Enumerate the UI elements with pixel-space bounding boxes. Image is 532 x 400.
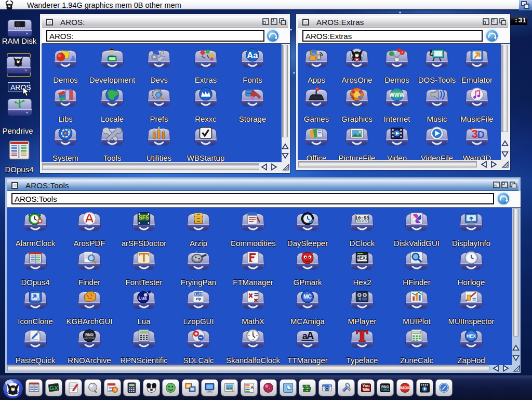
svg-text:RADIO: RADIO	[400, 386, 410, 390]
svg-text:ARCHIVE: ARCHIVE	[84, 337, 95, 340]
svg-text:9083720: 9083720	[357, 220, 367, 223]
svg-text:Lua: Lua	[138, 295, 147, 301]
svg-text:Tube: Tube	[362, 388, 370, 391]
svg-text:MC: MC	[303, 294, 312, 300]
svg-text:TUNES: TUNES	[381, 389, 390, 391]
svg-text:GX: GX	[49, 385, 58, 391]
svg-text:WWW: WWW	[389, 92, 404, 98]
svg-text:SFS: SFS	[139, 215, 149, 221]
svg-text:zip: zip	[196, 296, 202, 301]
svg-text:RNO: RNO	[381, 385, 389, 389]
svg-text:RNO: RNO	[85, 333, 94, 337]
svg-text:A: A	[307, 329, 314, 341]
svg-text:A: A	[250, 385, 254, 390]
svg-text:Aa: Aa	[247, 50, 258, 60]
svg-text:HEX2: HEX2	[356, 255, 368, 261]
svg-text:HEX: HEX	[467, 333, 476, 339]
svg-text:D: D	[477, 129, 485, 140]
